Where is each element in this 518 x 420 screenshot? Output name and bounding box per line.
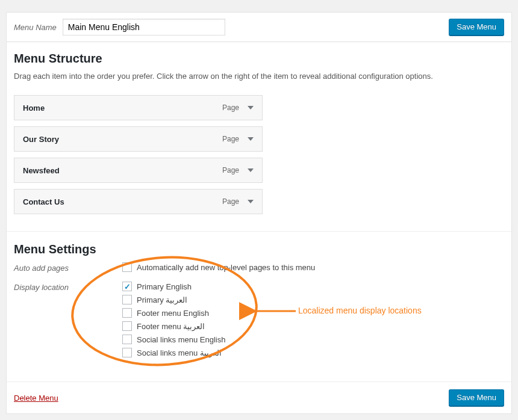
menu-item[interactable]: Contact Us Page — [14, 189, 263, 214]
display-location-row: Display location Primary English Primary… — [14, 282, 504, 361]
menu-structure-heading: Menu Structure — [14, 52, 504, 66]
menu-name-label: Menu Name — [14, 23, 57, 32]
delete-menu-link[interactable]: Delete Menu — [14, 394, 58, 403]
menu-item-title: Newsfeed — [23, 166, 60, 175]
menu-settings-heading: Menu Settings — [14, 242, 504, 256]
auto-add-pages-checkbox[interactable] — [122, 262, 132, 272]
location-checkbox-social-english[interactable] — [122, 335, 132, 344]
menu-item-type: Page — [222, 103, 239, 112]
menu-name-input[interactable] — [63, 19, 225, 36]
panel-body: Menu Structure Drag each item into the o… — [7, 42, 511, 381]
menu-item-type: Page — [222, 135, 239, 143]
location-label: Primary English — [137, 282, 192, 291]
footer-bar: Delete Menu Save Menu — [7, 381, 511, 413]
display-locations-group: Primary English Primary العربية Footer m… — [122, 282, 225, 361]
location-checkbox-primary-arabic[interactable] — [122, 295, 132, 304]
menu-item-title: Our Story — [23, 135, 59, 144]
chevron-down-icon[interactable] — [248, 137, 254, 141]
menu-structure-hint: Drag each item into the order you prefer… — [14, 72, 504, 81]
top-bar: Menu Name Save Menu — [7, 13, 511, 42]
menu-edit-panel: Menu Name Save Menu Menu Structure Drag … — [6, 12, 512, 414]
location-label: Footer menu English — [137, 309, 209, 318]
save-menu-button-bottom[interactable]: Save Menu — [449, 389, 504, 406]
annotation-text: Localized menu display locations — [298, 306, 422, 315]
menu-items-list: Home Page Our Story Page Newsfeed Page — [14, 95, 504, 214]
save-menu-button-top[interactable]: Save Menu — [449, 19, 504, 36]
auto-add-pages-row: Auto add pages Automatically add new top… — [14, 262, 504, 276]
menu-item-type: Page — [222, 197, 239, 206]
location-checkbox-social-arabic[interactable] — [122, 348, 132, 357]
location-label: Social links menu English — [137, 335, 225, 344]
auto-add-pages-text: Automatically add new top-level pages to… — [137, 263, 315, 272]
annotation-arrow-icon — [250, 305, 298, 317]
chevron-down-icon[interactable] — [248, 200, 254, 203]
location-label: Footer menu العربية — [137, 322, 205, 331]
location-label: Social links menu العربية — [137, 348, 222, 357]
menu-item-type: Page — [222, 166, 239, 174]
location-checkbox-footer-english[interactable] — [122, 308, 132, 318]
location-checkbox-footer-arabic[interactable] — [122, 321, 132, 331]
menu-item[interactable]: Our Story Page — [14, 126, 263, 152]
menu-item[interactable]: Newsfeed Page — [14, 158, 263, 183]
chevron-down-icon[interactable] — [248, 106, 254, 110]
menu-item-title: Home — [23, 103, 45, 113]
location-checkbox-primary-english[interactable] — [122, 282, 132, 291]
location-label: Primary العربية — [137, 295, 187, 304]
section-divider — [7, 231, 511, 232]
chevron-down-icon[interactable] — [248, 168, 254, 172]
display-location-label: Display location — [14, 282, 122, 292]
menu-item[interactable]: Home Page — [14, 95, 263, 120]
auto-add-pages-label: Auto add pages — [14, 262, 122, 273]
menu-item-title: Contact Us — [23, 197, 64, 206]
